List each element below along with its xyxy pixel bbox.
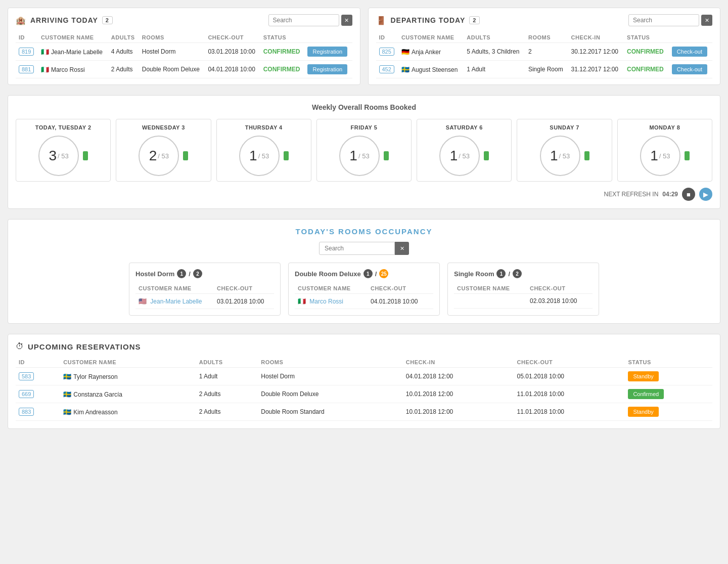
- departing-action[interactable]: Check-out: [669, 43, 712, 61]
- occupancy-title: TODAY'S ROOMS OCCUPANCY: [16, 227, 712, 236]
- green-bar: [83, 151, 88, 160]
- arriving-col-status: STATUS: [260, 32, 305, 43]
- total-number: / 53: [58, 152, 69, 160]
- customer-link[interactable]: Marco Rossi: [309, 298, 343, 305]
- occupancy-search-input[interactable]: [319, 242, 395, 255]
- room-booked-badge: 1: [177, 269, 186, 278]
- departing-badge: 2: [469, 16, 480, 24]
- upcoming-status[interactable]: Confirmed: [625, 385, 712, 403]
- total-number: / 53: [459, 152, 470, 160]
- departing-row: 452 🇸🇪August Steensen 1 Adult Single Roo…: [376, 61, 713, 78]
- upcoming-col-checkout: CHECK-OUT: [514, 357, 625, 368]
- arriving-header: 🏨 ARRIVING TODAY 2 ✕: [16, 14, 352, 26]
- circle-container: 2 / 53: [121, 136, 205, 176]
- upcoming-rooms: Hostel Dorm: [258, 368, 403, 385]
- departing-col-status: STATUS: [624, 32, 669, 43]
- room-checkout: 04.01.2018 10:00: [368, 294, 433, 309]
- room-cards: Hostel Dorm 1 / 2 CUSTOMER NAME CHECK-OU…: [16, 263, 712, 316]
- arriving-customer: 🇮🇹Marco Rossi: [38, 61, 108, 78]
- arriving-action[interactable]: Registration: [304, 43, 352, 61]
- arriving-title: 🏨 ARRIVING TODAY 2: [16, 16, 113, 25]
- arriving-search-clear[interactable]: ✕: [341, 15, 352, 26]
- refresh-time: 04:29: [662, 191, 678, 198]
- day-card: TODAY, TUESDAY 2 3 / 53: [16, 119, 111, 182]
- arriving-id: 881: [16, 61, 38, 78]
- room-row: 02.03.2018 10:00: [454, 294, 593, 309]
- arriving-row: 819 🇮🇹Jean-Marie Labelle 4 Adults Hostel…: [16, 43, 352, 61]
- registration-button[interactable]: Registration: [307, 47, 347, 57]
- upcoming-section: ⏱ UPCOMING RESERVATIONS ID CUSTOMER NAME…: [8, 334, 720, 429]
- refresh-play-button[interactable]: ▶: [699, 188, 712, 201]
- room-card-title: Single Room 1 / 2: [454, 269, 593, 278]
- departing-search-box: ✕: [628, 14, 712, 26]
- room-col-checkout: CHECK-OUT: [214, 283, 274, 294]
- room-col-checkout: CHECK-OUT: [368, 283, 433, 294]
- circle-container: 3 / 53: [21, 136, 105, 176]
- status-button[interactable]: Confirmed: [628, 389, 664, 399]
- status-button[interactable]: Standby: [628, 407, 658, 417]
- circle-container: 1 / 53: [422, 136, 506, 176]
- circle-container: 1 / 53: [623, 136, 707, 176]
- upcoming-customer: 🇸🇪Tylor Raynerson: [60, 368, 196, 385]
- room-table: CUSTOMER NAME CHECK-OUT 🇺🇸 Jean-Marie La…: [135, 283, 274, 309]
- upcoming-checkin: 04.01.2018 12:00: [403, 368, 514, 385]
- room-booked-badge: 1: [363, 269, 373, 278]
- upcoming-col-status: STATUS: [625, 357, 712, 368]
- day-card: SUNDAY 7 1 / 53: [517, 119, 612, 182]
- upcoming-status[interactable]: Standby: [625, 403, 712, 421]
- departing-id: 825: [376, 43, 398, 61]
- circle-container: 1 / 53: [522, 136, 606, 176]
- customer-link[interactable]: Jean-Marie Labelle: [150, 298, 202, 305]
- upcoming-table: ID CUSTOMER NAME ADULTS ROOMS CHECK-IN C…: [16, 357, 712, 421]
- arriving-row: 881 🇮🇹Marco Rossi 2 Adults Double Room D…: [16, 61, 352, 78]
- arriving-adults: 2 Adults: [108, 61, 139, 78]
- upcoming-status[interactable]: Standby: [625, 368, 712, 385]
- room-col-customer: CUSTOMER NAME: [295, 283, 368, 294]
- booked-number: 2: [149, 148, 157, 164]
- room-total-badge: 2: [513, 269, 522, 278]
- upcoming-col-adults: ADULTS: [196, 357, 258, 368]
- arriving-adults: 4 Adults: [108, 43, 139, 61]
- room-row: 🇮🇹 Marco Rossi 04.01.2018 10:00: [295, 294, 433, 309]
- green-bar: [584, 151, 589, 160]
- departing-row: 825 🇩🇪Anja Anker 5 Adults, 3 Children 2 …: [376, 43, 713, 61]
- departing-adults: 1 Adult: [464, 61, 525, 78]
- room-table: CUSTOMER NAME CHECK-OUT 02.03.2018 10:00: [454, 283, 593, 309]
- upcoming-checkout: 11.01.2018 10:00: [514, 385, 625, 403]
- arriving-col-customer: CUSTOMER NAME: [38, 32, 108, 43]
- upcoming-col-rooms: ROOMS: [258, 357, 403, 368]
- departing-col-checkin: CHECK-IN: [568, 32, 624, 43]
- day-label: TODAY, TUESDAY 2: [21, 124, 105, 131]
- arriving-search-input[interactable]: [268, 14, 339, 26]
- arriving-status: CONFIRMED: [260, 43, 305, 61]
- departing-search-clear[interactable]: ✕: [701, 15, 712, 26]
- booking-circle: 1 / 53: [439, 136, 480, 176]
- status-button[interactable]: Standby: [628, 371, 658, 381]
- departing-status: CONFIRMED: [624, 43, 669, 61]
- total-number: / 53: [559, 152, 570, 160]
- circle-container: 1 / 53: [222, 136, 306, 176]
- departing-action[interactable]: Check-out: [669, 61, 712, 78]
- upcoming-checkin: 10.01.2018 12:00: [403, 403, 514, 421]
- arriving-panel: 🏨 ARRIVING TODAY 2 ✕ ID CUSTOMER NAME AD…: [8, 8, 360, 85]
- upcoming-header: ⏱ UPCOMING RESERVATIONS: [16, 342, 712, 351]
- upcoming-adults: 2 Adults: [196, 385, 258, 403]
- room-table: CUSTOMER NAME CHECK-OUT 🇮🇹 Marco Rossi 0…: [295, 283, 433, 309]
- occupancy-search-clear[interactable]: ✕: [395, 242, 409, 255]
- upcoming-id: 669: [16, 385, 60, 403]
- upcoming-id: 883: [16, 403, 60, 421]
- checkout-button[interactable]: Check-out: [672, 47, 707, 57]
- arriving-action[interactable]: Registration: [304, 61, 352, 78]
- day-label: SUNDAY 7: [522, 124, 606, 131]
- total-number: / 53: [659, 152, 670, 160]
- departing-checkin: 30.12.2017 12:00: [568, 43, 624, 61]
- refresh-stop-button[interactable]: ■: [682, 188, 695, 201]
- departing-rooms: 2: [525, 43, 568, 61]
- room-checkout: 02.03.2018 10:00: [527, 294, 593, 309]
- checkout-button[interactable]: Check-out: [672, 64, 707, 74]
- departing-search-input[interactable]: [628, 14, 699, 26]
- room-col-customer: CUSTOMER NAME: [135, 283, 214, 294]
- upcoming-col-checkin: CHECK-IN: [403, 357, 514, 368]
- upcoming-id: 583: [16, 368, 60, 385]
- registration-button[interactable]: Registration: [307, 64, 347, 74]
